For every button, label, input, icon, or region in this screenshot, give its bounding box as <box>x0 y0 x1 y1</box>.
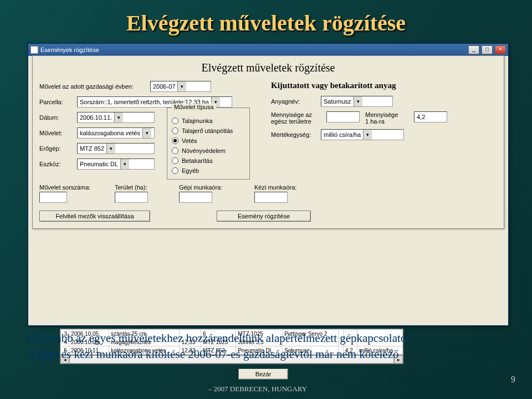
eszkoz-value: Pneumatic DL <box>78 161 120 167</box>
slide-body-text: Gyorsabb az egyes műveletekhez hozzárend… <box>28 330 504 363</box>
reset-fields-button[interactable]: Felviteli mezők visszaállítása <box>39 211 150 222</box>
erogep-value: MTZ 852 <box>78 145 106 152</box>
menny-1ha-label-l1: Mennyisége <box>365 111 408 118</box>
radio-vetés[interactable]: Vetés <box>172 136 244 146</box>
eszkoz-combo[interactable]: Pneumatic DL ▾ <box>77 158 155 170</box>
mertekegyseg-label: Mértékegység: <box>271 131 321 138</box>
page-number: 9 <box>511 375 515 385</box>
year-combo[interactable]: 2006-07 ▾ <box>150 81 211 92</box>
muvelet-value: kalászosgabona vetés <box>78 130 142 136</box>
muvelet-label: Művelet: <box>39 130 77 136</box>
radio-talajerő-utánpótlás[interactable]: Talajerő utánpótlás <box>172 126 244 136</box>
anyagnev-label: Anyagnév: <box>271 98 321 105</box>
radio-label: Betakarítás <box>182 157 213 164</box>
slide-title: Elvégzett műveletek rögzítése <box>0 0 532 40</box>
parcella-label: Parcella: <box>39 99 77 105</box>
radio-talajmunka[interactable]: Talajmunka <box>172 116 244 126</box>
chevron-down-icon[interactable]: ▾ <box>177 81 186 91</box>
terulet-label: Terület (ha): <box>115 184 165 191</box>
outer-window-title: Események rögzítése <box>40 47 99 53</box>
chevron-down-icon[interactable]: ▾ <box>363 130 372 140</box>
operation-type-title: Művelet típusa <box>172 104 216 110</box>
radio-icon[interactable] <box>172 137 178 144</box>
gepi-munkaora-label: Gépi munkaóra: <box>179 184 240 191</box>
menny-1ha-label-l2: 1 ha-ra <box>365 118 408 125</box>
save-event-button[interactable]: Esemény rögzítése <box>217 211 311 222</box>
radio-label: Talajerő utánpótlás <box>182 127 233 134</box>
chevron-down-icon[interactable]: ▾ <box>114 112 123 122</box>
anyagnev-value: Saturnusz <box>321 98 354 105</box>
outer-titlebar: Események rögzítése _ □ × <box>28 44 508 56</box>
chevron-down-icon[interactable]: ▾ <box>142 128 151 138</box>
chevron-down-icon[interactable]: ▾ <box>120 159 129 169</box>
app-icon <box>30 46 38 54</box>
erogep-combo[interactable]: MTZ 852 ▾ <box>77 143 155 154</box>
muvelet-combo[interactable]: kalászosgabona vetés ▾ <box>77 127 155 139</box>
operation-type-group: Művelet típusa TalajmunkaTalajerő utánpó… <box>167 108 250 180</box>
menny-egesz-input[interactable] <box>326 111 360 122</box>
menny-egesz-label-l1: Mennyisége az <box>271 111 321 118</box>
dialog-title: Elvégzett műveletek rögzítése <box>39 62 497 74</box>
maximize-button[interactable]: □ <box>482 45 493 54</box>
chevron-down-icon[interactable]: ▾ <box>354 96 362 106</box>
kezi-munkaora-label: Kézi munkaóra: <box>254 184 315 191</box>
year-label: Művelet az adott gazdasági évben: <box>39 83 150 90</box>
menny-1ha-input[interactable]: 4,2 <box>414 111 447 122</box>
mertekegyseg-value: millió csíra/ha <box>321 131 363 138</box>
close-dialog-button[interactable]: Bezár <box>238 369 288 380</box>
material-section-title: Kijuttatott vagy betakarított anyag <box>271 81 497 90</box>
anyagnev-combo[interactable]: Saturnusz ▾ <box>321 96 393 107</box>
year-value: 2006-07 <box>151 83 177 90</box>
radio-betakarítás[interactable]: Betakarítás <box>172 156 244 166</box>
datum-label: Dátum: <box>39 114 77 121</box>
record-operation-dialog: Elvégzett műveletek rögzítése Művelet az… <box>32 55 504 229</box>
radio-label: Egyéb <box>182 167 199 174</box>
radio-icon[interactable] <box>172 127 178 134</box>
radio-icon[interactable] <box>172 117 178 124</box>
chevron-down-icon[interactable]: ▾ <box>106 144 115 154</box>
erogep-label: Erőgép: <box>39 145 77 152</box>
datum-combo[interactable]: 2006.10.11. ▾ <box>77 112 155 123</box>
footer-location: – 2007 DEBRECEN, HUNGARY <box>0 385 515 393</box>
kezi-munkaora-input[interactable] <box>254 192 288 203</box>
sorszam-label: Művelet sorszáma: <box>39 184 100 191</box>
radio-label: Vetés <box>182 137 197 144</box>
sorszam-input[interactable] <box>39 192 67 203</box>
radio-label: Növényvédelem <box>182 147 226 154</box>
radio-icon[interactable] <box>172 167 178 174</box>
radio-növényvédelem[interactable]: Növényvédelem <box>172 146 244 156</box>
gepi-munkaora-input[interactable] <box>179 192 212 203</box>
eszkoz-label: Eszköz: <box>39 161 77 167</box>
minimize-button[interactable]: _ <box>468 45 479 54</box>
radio-label: Talajmunka <box>182 117 213 124</box>
radio-icon[interactable] <box>172 157 178 164</box>
menny-egesz-label-l2: egész területre <box>271 118 321 125</box>
terulet-input[interactable] <box>115 192 148 203</box>
radio-egyéb[interactable]: Egyéb <box>172 166 244 176</box>
mertekegyseg-combo[interactable]: millió csíra/ha ▾ <box>321 129 404 140</box>
slide-footer: 9 – 2007 DEBRECEN, HUNGARY <box>0 385 515 393</box>
datum-value: 2006.10.11. <box>78 114 114 121</box>
radio-icon[interactable] <box>172 147 178 154</box>
close-button[interactable]: × <box>495 45 506 54</box>
